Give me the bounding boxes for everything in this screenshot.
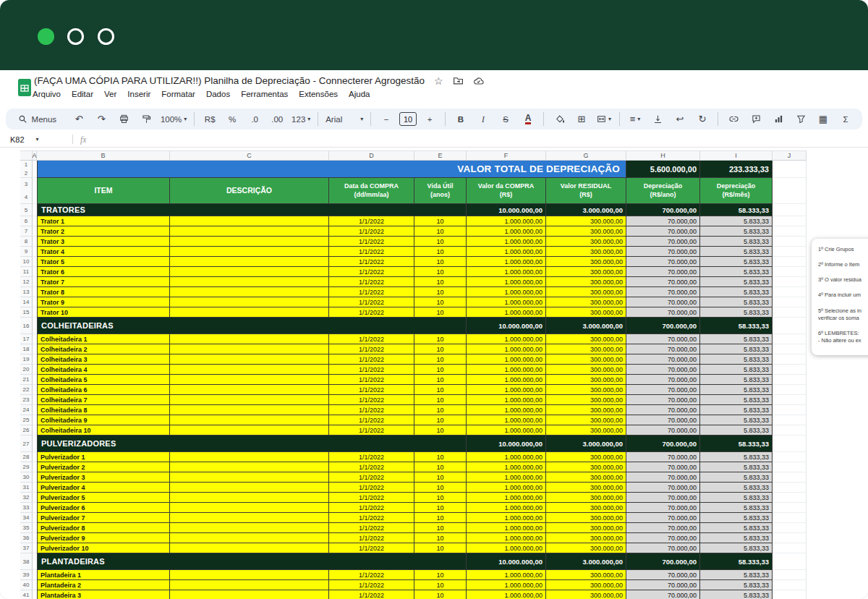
- menus-search-button[interactable]: Menus: [12, 111, 63, 128]
- annual-depreciation-cell[interactable]: 70.000,00: [626, 344, 700, 354]
- purchase-date-cell[interactable]: 1/1/2022: [329, 472, 414, 483]
- monthly-depreciation-cell[interactable]: 5.833,33: [700, 226, 773, 237]
- menu-arquivo[interactable]: Arquivo: [33, 90, 61, 98]
- item-name-cell[interactable]: Colheitadeira 3: [37, 354, 170, 365]
- group-annual-total-cell[interactable]: 700.000,00: [626, 553, 700, 570]
- annual-depreciation-cell[interactable]: 70.000,00: [626, 503, 700, 513]
- col-j-cell[interactable]: [773, 523, 807, 533]
- item-name-cell[interactable]: Trator 1: [37, 216, 170, 226]
- useful-life-cell[interactable]: 10: [414, 307, 467, 318]
- annual-depreciation-cell[interactable]: 70.000,00: [626, 307, 700, 318]
- row-number[interactable]: 38: [20, 553, 33, 570]
- font-select[interactable]: Arial ▾: [323, 111, 366, 128]
- row-number[interactable]: 6: [20, 216, 33, 226]
- row-number[interactable]: 10: [20, 257, 33, 267]
- header-cell[interactable]: Depreciação (R$/mês): [700, 178, 773, 204]
- purchase-value-cell[interactable]: 1.000.000,00: [467, 267, 546, 277]
- col-j-cell[interactable]: [773, 570, 807, 580]
- column-letter-G[interactable]: G: [546, 150, 626, 161]
- item-name-cell[interactable]: Trator 6: [37, 267, 170, 277]
- column-letter-H[interactable]: H: [626, 150, 700, 161]
- row-number[interactable]: 26: [20, 425, 33, 436]
- item-name-cell[interactable]: Trator 5: [37, 257, 170, 267]
- item-name-cell[interactable]: Pulverizador 8: [37, 523, 170, 533]
- item-description-cell[interactable]: [170, 375, 329, 385]
- monthly-depreciation-cell[interactable]: 5.833,33: [700, 493, 773, 503]
- useful-life-cell[interactable]: 10: [414, 483, 467, 493]
- purchase-date-cell[interactable]: 1/1/2022: [329, 297, 414, 307]
- residual-value-cell[interactable]: 300.000,00: [546, 226, 626, 237]
- row-number[interactable]: 28: [20, 452, 33, 462]
- increase-font-size-button[interactable]: +: [419, 111, 441, 128]
- annual-depreciation-cell[interactable]: 70.000,00: [626, 580, 700, 590]
- row-number[interactable]: 16: [20, 318, 33, 334]
- useful-life-cell[interactable]: 10: [414, 277, 467, 287]
- row-number[interactable]: 34: [20, 513, 33, 523]
- useful-life-cell[interactable]: 10: [414, 513, 467, 523]
- item-name-cell[interactable]: Colheitadeira 9: [37, 415, 170, 425]
- group-name-cell[interactable]: PLANTADEIRAS: [37, 553, 467, 570]
- useful-life-cell[interactable]: 10: [414, 385, 467, 395]
- group-annual-total-cell[interactable]: 700.000,00: [626, 204, 700, 216]
- purchase-value-cell[interactable]: 1.000.000,00: [467, 513, 546, 523]
- menu-ver[interactable]: Ver: [104, 90, 116, 98]
- col-j-cell[interactable]: [773, 472, 807, 483]
- col-j-cell[interactable]: [773, 493, 807, 503]
- purchase-value-cell[interactable]: 1.000.000,00: [467, 405, 546, 415]
- purchase-date-cell[interactable]: 1/1/2022: [329, 307, 414, 318]
- useful-life-cell[interactable]: 10: [414, 257, 467, 267]
- purchase-date-cell[interactable]: 1/1/2022: [329, 580, 414, 590]
- monthly-depreciation-cell[interactable]: 5.833,33: [700, 452, 773, 462]
- item-name-cell[interactable]: Colheitadeira 10: [37, 425, 170, 436]
- annual-depreciation-cell[interactable]: 70.000,00: [626, 257, 700, 267]
- purchase-date-cell[interactable]: 1/1/2022: [329, 247, 414, 257]
- annual-depreciation-cell[interactable]: 70.000,00: [626, 287, 700, 297]
- group-residual-total-cell[interactable]: 3.000.000,00: [546, 318, 626, 334]
- more-formats-button[interactable]: 123 ▾: [289, 111, 313, 128]
- item-description-cell[interactable]: [170, 513, 329, 523]
- residual-value-cell[interactable]: 300.000,00: [546, 297, 626, 307]
- item-description-cell[interactable]: [170, 570, 329, 580]
- annual-depreciation-cell[interactable]: 70.000,00: [626, 493, 700, 503]
- column-letter-B[interactable]: B: [37, 150, 170, 161]
- purchase-date-cell[interactable]: 1/1/2022: [329, 365, 414, 375]
- monthly-depreciation-cell[interactable]: 5.833,33: [700, 237, 773, 247]
- item-description-cell[interactable]: [170, 503, 329, 513]
- column-letter-J[interactable]: J: [773, 150, 807, 161]
- monthly-depreciation-cell[interactable]: 5.833,33: [700, 415, 773, 425]
- purchase-date-cell[interactable]: 1/1/2022: [329, 344, 414, 354]
- annual-depreciation-cell[interactable]: 70.000,00: [626, 405, 700, 415]
- purchase-value-cell[interactable]: 1.000.000,00: [467, 543, 546, 553]
- insert-comment-button[interactable]: [745, 111, 767, 128]
- col-j-cell[interactable]: [773, 334, 807, 344]
- residual-value-cell[interactable]: 300.000,00: [546, 344, 626, 354]
- item-name-cell[interactable]: Plantadeira 3: [37, 590, 170, 599]
- residual-value-cell[interactable]: 300.000,00: [546, 405, 626, 415]
- item-description-cell[interactable]: [170, 523, 329, 533]
- col-j-cell[interactable]: [773, 395, 807, 405]
- residual-value-cell[interactable]: 300.000,00: [546, 425, 626, 436]
- item-name-cell[interactable]: Colheitadeira 2: [37, 344, 170, 354]
- vertical-align-button[interactable]: [647, 111, 668, 128]
- monthly-depreciation-cell[interactable]: 5.833,33: [700, 307, 773, 318]
- group-purchase-total-cell[interactable]: 10.000.000,00: [467, 204, 546, 216]
- residual-value-cell[interactable]: 300.000,00: [546, 257, 626, 267]
- residual-value-cell[interactable]: 300.000,00: [546, 375, 626, 385]
- col-j-cell[interactable]: [773, 297, 807, 307]
- useful-life-cell[interactable]: 10: [414, 334, 467, 344]
- useful-life-cell[interactable]: 10: [414, 297, 467, 307]
- purchase-date-cell[interactable]: 1/1/2022: [329, 523, 414, 533]
- col-j-cell[interactable]: [773, 267, 807, 277]
- header-cell[interactable]: Valor RESIDUAL (R$): [546, 178, 626, 204]
- monthly-depreciation-cell[interactable]: 5.833,33: [700, 523, 773, 533]
- residual-value-cell[interactable]: 300.000,00: [546, 543, 626, 553]
- col-j-cell[interactable]: [773, 277, 807, 287]
- residual-value-cell[interactable]: 300.000,00: [546, 590, 626, 599]
- create-filter-button[interactable]: [790, 111, 812, 128]
- header-cell[interactable]: Valor da COMPRA (R$): [467, 178, 546, 204]
- item-name-cell[interactable]: Trator 2: [37, 226, 170, 237]
- purchase-value-cell[interactable]: 1.000.000,00: [467, 354, 546, 365]
- font-size-input[interactable]: 10: [399, 112, 417, 126]
- annual-depreciation-cell[interactable]: 70.000,00: [626, 570, 700, 580]
- item-description-cell[interactable]: [170, 267, 329, 277]
